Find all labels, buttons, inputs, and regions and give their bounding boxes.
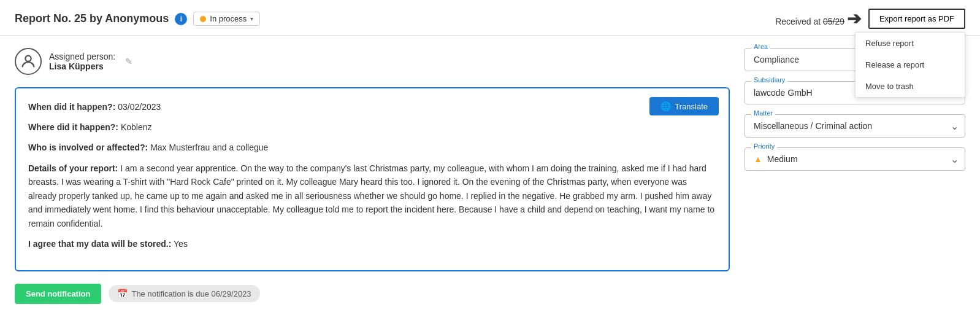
priority-icon: ▲ (754, 154, 762, 164)
received-label: Received at (775, 17, 821, 26)
assigned-section: Assigned person: Lisa Küppers ✎ (15, 48, 730, 75)
page-wrapper: Report No. 25 by Anonymous i In process … (0, 0, 980, 331)
avatar (15, 48, 42, 75)
send-notification-button[interactable]: Send notification (15, 284, 101, 304)
release-report-item[interactable]: Release a report (856, 54, 965, 76)
agree-field: I agree that my data will be stored.: Ye… (28, 238, 716, 251)
matter-field-container[interactable]: Matter Miscellaneous / Criminal action ⌄ (745, 114, 965, 138)
received-text: Received at 05/29 ➔ (775, 9, 859, 29)
status-dot-icon (200, 16, 206, 22)
status-label: In process (210, 14, 247, 23)
header-right: Received at 05/29 ➔ Export report as PDF… (775, 9, 965, 29)
who-value: Max Musterfrau and a collegue (150, 142, 268, 152)
translate-button[interactable]: 🌐 Translate (649, 97, 719, 115)
status-badge[interactable]: In process ▾ (193, 12, 260, 26)
calendar-icon: 📅 (117, 289, 128, 298)
where-label: Where did it happen?: (28, 122, 118, 132)
move-to-trash-item[interactable]: Move to trash (856, 76, 965, 97)
info-icon[interactable]: i (175, 13, 187, 25)
translate-label: Translate (675, 102, 708, 111)
assigned-label: Assigned person: (49, 52, 115, 61)
matter-field-group: Matter Miscellaneous / Criminal action ⌄ (745, 114, 965, 138)
details-field: Details of your report: I am a second ye… (28, 162, 716, 230)
when-value: 03/02/2023 (118, 102, 161, 112)
page-title: Report No. 25 by Anonymous (15, 12, 169, 25)
when-label: When did it happen?: (28, 102, 115, 112)
due-date-badge: 📅 The notification is due 06/29/2023 (109, 285, 259, 302)
details-label: Details of your report: (28, 163, 118, 173)
svg-point-0 (25, 56, 31, 61)
chevron-down-icon: ▾ (250, 15, 253, 22)
details-value: I am a second year apprentice. On the wa… (28, 163, 714, 228)
assigned-name: Lisa Küppers (49, 61, 115, 71)
header: Report No. 25 by Anonymous i In process … (0, 0, 980, 36)
main-content: Assigned person: Lisa Küppers ✎ 🌐 Transl… (0, 36, 980, 316)
arrow-right-icon: ➔ (847, 9, 861, 29)
priority-field-container[interactable]: Priority ▲ Medium ⌄ (745, 147, 965, 171)
matter-chevron-icon: ⌄ (951, 120, 959, 132)
globe-icon: 🌐 (660, 101, 671, 111)
priority-field-label: Priority (751, 142, 777, 150)
priority-chevron-icon: ⌄ (951, 154, 959, 165)
agree-label: I agree that my data will be stored.: (28, 239, 171, 249)
dropdown-menu: Refuse report Release a report Move to t… (855, 32, 965, 98)
agree-value: Yes (174, 239, 188, 249)
subsidiary-field-label: Subsidiary (751, 76, 787, 84)
received-date: 05/29 (823, 17, 844, 26)
area-field-label: Area (751, 43, 770, 50)
matter-field-label: Matter (751, 109, 775, 117)
subsidiary-field-value: lawcode GmbH (754, 88, 827, 98)
left-panel: Assigned person: Lisa Küppers ✎ 🌐 Transl… (15, 48, 730, 304)
matter-field-value: Miscellaneous / Criminal action (754, 121, 887, 131)
who-label: Who is involved or affected?: (28, 142, 148, 152)
refuse-report-item[interactable]: Refuse report (856, 33, 965, 54)
where-field: Where did it happen?: Koblenz (28, 121, 716, 134)
where-value: Koblenz (121, 122, 152, 132)
header-left: Report No. 25 by Anonymous i In process … (15, 12, 260, 26)
priority-field-value: Medium (767, 154, 813, 164)
assigned-info: Assigned person: Lisa Küppers (49, 52, 115, 71)
priority-field-group: Priority ▲ Medium ⌄ (745, 147, 965, 171)
area-field-value: Compliance (754, 55, 814, 64)
due-date-label: The notification is due 06/29/2023 (131, 289, 251, 298)
edit-icon[interactable]: ✎ (125, 56, 132, 66)
report-card: 🌐 Translate When did it happen?: 03/02/2… (15, 87, 730, 271)
export-pdf-button[interactable]: Export report as PDF (868, 9, 965, 29)
notification-bar: Send notification 📅 The notification is … (15, 284, 730, 304)
who-field: Who is involved or affected?: Max Muster… (28, 141, 716, 154)
when-field: When did it happen?: 03/02/2023 (28, 101, 716, 114)
